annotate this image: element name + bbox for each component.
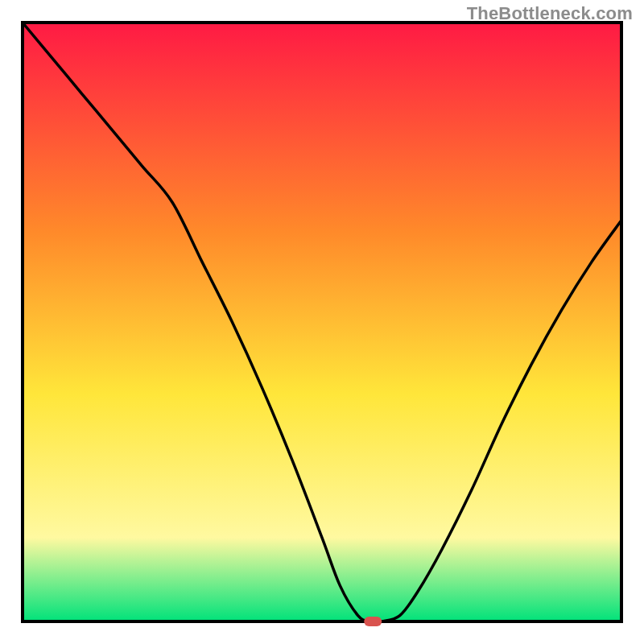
bottleneck-chart [0, 0, 644, 644]
optimal-marker [364, 617, 382, 626]
watermark-label: TheBottleneck.com [467, 3, 633, 24]
chart-container: TheBottleneck.com [0, 0, 644, 644]
plot-background [23, 23, 621, 621]
